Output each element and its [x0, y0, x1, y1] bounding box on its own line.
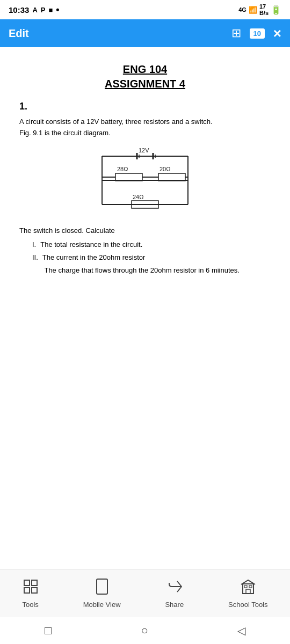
svg-rect-27 [32, 580, 37, 586]
bottom-bar: Tools Mobile View Share [0, 569, 290, 617]
list-item: II. The current in the 20ohm resistor [32, 252, 271, 264]
home-btn[interactable]: ○ [141, 624, 148, 638]
signal-icon: 📶 [249, 6, 257, 14]
list-item: III. The charge that flows through the 2… [32, 265, 271, 276]
svg-rect-28 [24, 588, 30, 593]
share-icon [166, 579, 183, 598]
svg-rect-34 [249, 586, 252, 588]
doc-subtitle: ASSIGNMENT 4 [19, 78, 271, 90]
status-bar: 10:33 A P ■ • 4G 📶 17B/s 🔋 [0, 0, 290, 19]
doc-subtitle-text: ASSIGNMENT 4 [19, 78, 271, 90]
school-tools-button[interactable]: School Tools [228, 579, 267, 609]
svg-rect-29 [32, 588, 37, 593]
task-list: I. The total resistance in the circuit. … [19, 239, 271, 276]
share-button[interactable]: Share [165, 579, 184, 609]
school-tools-label: School Tools [228, 601, 267, 609]
mobile-view-button[interactable]: Mobile View [83, 579, 121, 609]
svg-text:28Ω: 28Ω [117, 166, 128, 172]
svg-rect-14 [115, 173, 142, 181]
status-right: 4G 📶 17B/s 🔋 [238, 3, 281, 16]
task-text-1: The total resistance in the circuit. [40, 239, 142, 251]
mobile-view-label: Mobile View [83, 601, 121, 609]
svg-text:20Ω: 20Ω [160, 166, 170, 172]
svg-text:12V: 12V [139, 147, 149, 153]
battery-icon: 🔋 [271, 5, 281, 15]
svg-rect-33 [244, 586, 247, 588]
time-display: 10:33 [9, 5, 29, 14]
doc-title: ENG 104 [19, 63, 271, 76]
page-badge: 10 [250, 28, 265, 39]
nav-bar: Edit ⊞ 10 × [0, 19, 290, 47]
svg-text:24Ω: 24Ω [133, 194, 143, 200]
circuit-svg: 12V 28Ω 20Ω 24Ω [75, 145, 215, 215]
question-number: 1. [19, 101, 271, 112]
close-icon[interactable]: × [273, 25, 281, 42]
share-label: Share [165, 601, 184, 609]
task-label-1: I. [32, 239, 36, 251]
tools-icon [23, 579, 39, 598]
question-intro: A circuit consists of a 12V battery, thr… [19, 118, 271, 126]
svg-rect-32 [246, 589, 250, 594]
tools-button[interactable]: Tools [22, 579, 38, 609]
tools-label: Tools [22, 601, 38, 609]
a-icon: A [32, 6, 37, 14]
square-btn[interactable]: □ [45, 624, 52, 638]
back-btn[interactable]: ◁ [237, 624, 245, 637]
record-icon: ■ [48, 6, 53, 14]
task-label-2: II. [32, 252, 38, 264]
question-tasks: The switch is closed. Calculate I. The t… [19, 225, 271, 276]
content-area: ENG 104 ASSIGNMENT 4 1. A circuit consis… [0, 47, 290, 569]
mobile-icon [95, 579, 109, 598]
grid-icon[interactable]: ⊞ [231, 26, 241, 40]
circuit-diagram: 12V 28Ω 20Ω 24Ω [19, 145, 271, 215]
dot-icon: • [56, 4, 59, 16]
svg-rect-26 [24, 580, 30, 586]
doc-title-text: ENG 104 [19, 63, 271, 76]
tasks-intro: The switch is closed. Calculate [19, 225, 271, 237]
school-tools-icon [239, 579, 257, 598]
nav-title: Edit [9, 27, 29, 40]
question-fig: Fig. 9.1 is the circuit diagram. [19, 129, 271, 137]
speed-display: 17B/s [259, 3, 269, 16]
status-left: 10:33 A P ■ • [9, 4, 60, 16]
network-icon: 4G [238, 6, 247, 13]
system-nav: □ ○ ◁ [0, 617, 290, 644]
nav-icons: ⊞ 10 × [231, 25, 281, 42]
list-item: I. The total resistance in the circuit. [32, 239, 271, 251]
p-icon: P [41, 6, 46, 14]
svg-rect-18 [158, 173, 185, 181]
task-text-2: The current in the 20ohm resistor [42, 252, 145, 264]
svg-rect-30 [97, 579, 107, 594]
task-text-3: The charge that flows through the 20ohm … [44, 265, 239, 276]
